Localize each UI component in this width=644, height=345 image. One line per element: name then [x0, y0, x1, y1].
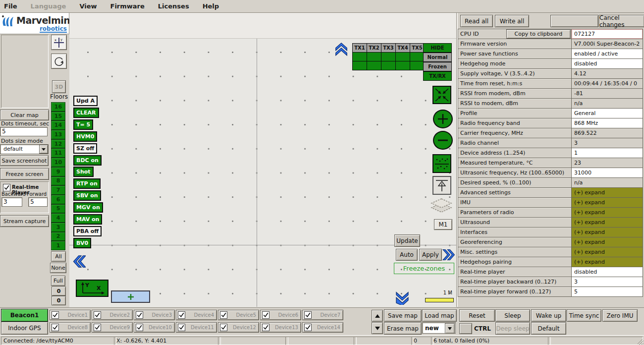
tx-state-cell[interactable] — [381, 52, 396, 61]
tx-header-tx2[interactable]: TX2 — [367, 43, 381, 53]
floor-button-6[interactable]: 6 — [51, 195, 65, 204]
setting-value[interactable]: (+) expand — [571, 187, 643, 198]
floor-button-4[interactable]: 4 — [51, 213, 65, 223]
checkbox-checked-icon[interactable] — [178, 311, 185, 319]
devices-scroll-down-button[interactable] — [372, 322, 383, 334]
floors-all-button[interactable]: All — [51, 251, 66, 262]
setting-value[interactable]: (+) expand — [571, 207, 643, 218]
map-toggle-shot[interactable]: Shot — [73, 167, 94, 177]
floor-button-12[interactable]: 12 — [51, 139, 65, 149]
setting-value[interactable]: 5 — [571, 287, 643, 297]
tx-header-tx4[interactable]: TX4 — [395, 43, 410, 53]
checkbox-checked-icon[interactable] — [220, 324, 227, 331]
floors-full-button[interactable]: Full — [51, 276, 65, 286]
checkbox-checked-icon[interactable] — [52, 324, 59, 331]
setting-value[interactable]: 3 — [571, 138, 643, 148]
reset-button[interactable]: Reset — [459, 309, 495, 322]
tx-header-tx3[interactable]: TX3 — [381, 43, 396, 53]
backward-input[interactable]: 3 — [1, 197, 22, 207]
tx-state-cell[interactable] — [367, 52, 381, 61]
checkbox-checked-icon[interactable] — [178, 324, 185, 331]
checkbox-checked-icon[interactable] — [220, 311, 227, 319]
map-toggle-rtp-on[interactable]: RTP on — [73, 178, 101, 189]
map-m1-button[interactable]: M1 — [434, 219, 452, 230]
setting-value[interactable]: disabled — [571, 267, 643, 277]
device-toggle-device9[interactable]: Device9 — [92, 322, 133, 333]
collapse-down-icon[interactable] — [394, 289, 410, 305]
checkbox-checked-icon[interactable] — [262, 311, 269, 319]
tx-header-tx1[interactable]: TX1 — [352, 43, 367, 53]
tx-state-cell[interactable] — [381, 61, 396, 70]
setting-value[interactable]: 869.522 — [571, 128, 643, 138]
map-toggle-mav-on[interactable]: MAV on — [73, 214, 102, 225]
setting-value[interactable]: -81 — [571, 88, 643, 99]
checkbox-checked-icon[interactable] — [94, 324, 101, 331]
floor-offset-top-button[interactable]: 0 — [52, 287, 66, 296]
stream-capture-button[interactable]: Stream capture — [0, 215, 49, 227]
device-toggle-device11[interactable]: Device11 — [176, 322, 217, 333]
expand-right-icon[interactable] — [440, 248, 455, 262]
tx-header-tx5[interactable]: TX5 — [410, 43, 425, 53]
realtime-player-checkbox[interactable] — [3, 184, 10, 191]
wake-up-button[interactable]: Wake up — [531, 309, 566, 322]
read-all-button[interactable]: Read all — [460, 15, 493, 27]
map-toggle-bv0[interactable]: BV0 — [73, 238, 91, 248]
setting-value[interactable]: 3 — [571, 277, 643, 287]
menu-help[interactable]: Help — [203, 2, 225, 10]
setting-value[interactable]: 1 — [571, 148, 643, 158]
freeze-screen-button[interactable]: Freeze screen — [0, 168, 49, 180]
map-toggle-pba-off[interactable]: PBA off — [73, 226, 102, 236]
device-toggle-device7[interactable]: Device7 — [302, 310, 343, 320]
save-screenshot-button[interactable]: Save screenshot — [0, 155, 49, 166]
auto-button[interactable]: Auto — [396, 249, 418, 261]
device-toggle-device10[interactable]: Device10 — [134, 322, 175, 333]
save-map-button[interactable]: Save map — [384, 309, 422, 322]
device-toggle-device2[interactable]: Device2 — [92, 310, 133, 320]
device-toggle-device13[interactable]: Device13 — [260, 322, 301, 333]
setting-value[interactable]: n/a — [571, 98, 643, 109]
dots-timeout-input[interactable]: 5 — [0, 127, 48, 136]
load-map-button[interactable]: Load map — [422, 309, 457, 322]
zoom-in-icon[interactable] — [433, 110, 453, 128]
device-toggle-device6[interactable]: Device6 — [260, 310, 301, 320]
deep-sleep-button[interactable]: Deep sleep — [495, 322, 530, 335]
add-submap-button[interactable] — [111, 290, 150, 303]
sleep-button[interactable]: Sleep — [495, 309, 530, 322]
device-toggle-device1[interactable]: Device1 — [50, 310, 91, 320]
setting-value[interactable]: 00:09:44 / 16:35:04 / 0 — [571, 78, 643, 89]
menu-firmware[interactable]: Firmware — [110, 2, 151, 10]
resize-grip[interactable] — [638, 339, 644, 345]
copy-to-clipboard-button[interactable]: Copy to clipboard — [506, 29, 571, 39]
dots-display-icon[interactable] — [432, 154, 451, 173]
view-3d-button[interactable]: 3D — [52, 80, 66, 93]
map-toggle-clear[interactable]: CLEAR — [73, 108, 99, 118]
xy-axes-view-button[interactable]: xy — [51, 35, 67, 50]
checkbox-checked-icon[interactable] — [304, 324, 312, 331]
floor-button-1[interactable]: 1 — [51, 241, 65, 250]
checkbox-checked-icon[interactable] — [136, 324, 143, 331]
zoom-out-icon[interactable] — [433, 131, 453, 150]
setting-value[interactable]: 4.12 — [571, 68, 643, 79]
tx-state-cell[interactable] — [352, 52, 367, 61]
map-name-dropdown-icon[interactable] — [445, 323, 455, 334]
map-name-select[interactable]: new — [422, 322, 456, 334]
clear-map-button[interactable]: Clear map — [0, 110, 49, 120]
floor-button-11[interactable]: 11 — [51, 148, 65, 158]
setting-value[interactable]: (+) expand — [571, 197, 643, 208]
setting-value[interactable]: n/a — [571, 177, 643, 188]
layers-icon[interactable] — [429, 197, 454, 220]
collapse-up-icon[interactable] — [334, 41, 349, 56]
tx-state-cell[interactable] — [395, 52, 410, 61]
floor-button-16[interactable]: 16 — [51, 102, 65, 112]
tx-state-cell[interactable] — [352, 61, 367, 70]
map-toggle-sz-off[interactable]: SZ off — [73, 143, 97, 154]
apply-button[interactable]: Apply — [419, 249, 442, 261]
setting-value[interactable]: 31000 — [571, 168, 643, 178]
collapse-left-icon[interactable] — [70, 254, 86, 269]
checkbox-checked-icon[interactable] — [304, 311, 312, 319]
ctrl-indicator-box[interactable] — [459, 323, 472, 334]
tab-indoor-gps[interactable]: Indoor GPS — [1, 322, 48, 335]
map-toggle-t-5[interactable]: T= 5 — [73, 119, 93, 130]
floor-button-8[interactable]: 8 — [51, 176, 65, 186]
setting-value[interactable]: disabled — [571, 58, 643, 69]
